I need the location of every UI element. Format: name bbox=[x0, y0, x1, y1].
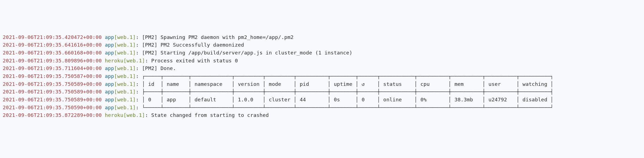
log-separator: : bbox=[136, 50, 142, 56]
log-source: app bbox=[105, 81, 114, 87]
log-dyno: [web.1] bbox=[114, 42, 136, 48]
log-separator: : bbox=[136, 97, 142, 102]
log-line: 2021-09-06T21:09:35.750589+00:00 app[web… bbox=[3, 88, 641, 96]
log-dyno: [web.1] bbox=[123, 58, 145, 63]
log-timestamp: 2021-09-06T21:09:35.420472+00:00 bbox=[3, 34, 102, 40]
log-separator: : bbox=[136, 42, 142, 48]
log-separator: : bbox=[145, 58, 151, 63]
log-timestamp: 2021-09-06T21:09:35.660168+00:00 bbox=[3, 50, 102, 56]
log-line: 2021-09-06T21:09:35.750589+00:00 app[web… bbox=[3, 96, 641, 104]
log-separator: : bbox=[145, 112, 151, 118]
log-message: │ 0 │ app │ default │ 1.0.0 │ cluster │ … bbox=[142, 97, 553, 102]
log-separator: : bbox=[136, 65, 142, 71]
log-dyno: [web.1] bbox=[114, 89, 136, 95]
log-message: ┌─────┬────────┬─────────────┬─────────┬… bbox=[142, 73, 553, 79]
log-line: 2021-09-06T21:09:35.750590+00:00 app[web… bbox=[3, 104, 641, 112]
log-timestamp: 2021-09-06T21:09:35.711604+00:00 bbox=[3, 65, 102, 71]
log-line: 2021-09-06T21:09:35.641616+00:00 app[web… bbox=[3, 41, 641, 49]
log-timestamp: 2021-09-06T21:09:35.809896+00:00 bbox=[3, 58, 102, 63]
log-source: app bbox=[105, 89, 114, 95]
log-dyno: [web.1] bbox=[114, 81, 136, 87]
log-dyno: [web.1] bbox=[114, 65, 136, 71]
log-separator: : bbox=[136, 81, 142, 87]
log-line: 2021-09-06T21:09:35.420472+00:00 app[web… bbox=[3, 34, 641, 41]
log-dyno: [web.1] bbox=[114, 105, 136, 110]
log-line: 2021-09-06T21:09:35.872289+00:00 heroku[… bbox=[3, 111, 641, 119]
log-source: app bbox=[105, 97, 114, 102]
log-message: State changed from starting to crashed bbox=[151, 112, 269, 118]
log-separator: : bbox=[136, 89, 142, 95]
log-timestamp: 2021-09-06T21:09:35.750589+00:00 bbox=[3, 97, 102, 102]
log-dyno: [web.1] bbox=[114, 97, 136, 102]
log-dyno: [web.1] bbox=[114, 34, 136, 40]
log-message: ├─────┼────────┼─────────────┼─────────┼… bbox=[142, 89, 553, 95]
log-dyno: [web.1] bbox=[123, 112, 145, 118]
log-timestamp: 2021-09-06T21:09:35.872289+00:00 bbox=[3, 112, 102, 118]
log-separator: : bbox=[136, 73, 142, 79]
log-timestamp: 2021-09-06T21:09:35.750589+00:00 bbox=[3, 81, 102, 87]
log-source: app bbox=[105, 73, 114, 79]
log-dyno: [web.1] bbox=[114, 73, 136, 79]
log-line: 2021-09-06T21:09:35.750589+00:00 app[web… bbox=[3, 80, 641, 88]
log-line: 2021-09-06T21:09:35.711604+00:00 app[web… bbox=[3, 65, 641, 72]
log-source: app bbox=[105, 34, 114, 40]
log-line: 2021-09-06T21:09:35.809896+00:00 heroku[… bbox=[3, 57, 641, 65]
log-message: └─────┴────────┴─────────────┴─────────┴… bbox=[142, 105, 553, 110]
log-message: Process exited with status 0 bbox=[151, 58, 238, 63]
log-separator: : bbox=[136, 105, 142, 110]
log-separator: : bbox=[136, 34, 142, 40]
log-timestamp: 2021-09-06T21:09:35.750587+00:00 bbox=[3, 73, 102, 79]
log-timestamp: 2021-09-06T21:09:35.750590+00:00 bbox=[3, 105, 102, 110]
log-source: app bbox=[105, 50, 114, 56]
log-output: 2021-09-06T21:09:35.420472+00:00 app[web… bbox=[3, 34, 641, 119]
log-source: app bbox=[105, 42, 114, 48]
log-line: 2021-09-06T21:09:35.750587+00:00 app[web… bbox=[3, 72, 641, 80]
log-timestamp: 2021-09-06T21:09:35.641616+00:00 bbox=[3, 42, 102, 48]
log-line: 2021-09-06T21:09:35.660168+00:00 app[web… bbox=[3, 49, 641, 57]
log-source: heroku bbox=[105, 58, 123, 63]
log-source: app bbox=[105, 65, 114, 71]
log-source: heroku bbox=[105, 112, 123, 118]
log-source: app bbox=[105, 105, 114, 110]
log-message: [PM2] Starting /app/build/server/app.js … bbox=[142, 50, 352, 56]
log-dyno: [web.1] bbox=[114, 50, 136, 56]
log-message: [PM2] Done. bbox=[142, 65, 176, 71]
log-timestamp: 2021-09-06T21:09:35.750589+00:00 bbox=[3, 89, 102, 95]
log-message: [PM2] Spawning PM2 daemon with pm2_home=… bbox=[142, 34, 294, 40]
log-message: │ id │ name │ namespace │ version │ mode… bbox=[142, 81, 553, 87]
log-message: [PM2] PM2 Successfully daemonized bbox=[142, 42, 244, 48]
